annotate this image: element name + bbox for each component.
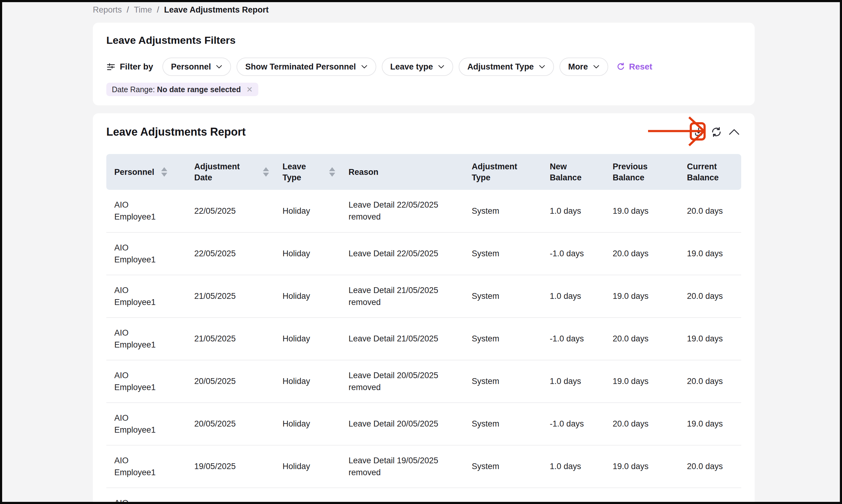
cell-new-balance: 1.0 days — [542, 445, 604, 488]
cell-previous-balance: 19.0 days — [604, 190, 679, 232]
report-title: Leave Adjustments Report — [106, 126, 246, 139]
sort-icon — [161, 167, 167, 177]
filter-button-adjustment-type[interactable]: Adjustment Type — [459, 57, 554, 76]
cell-personnel: AIO Employee1 — [106, 318, 186, 360]
filter-button-label: Leave type — [390, 62, 433, 72]
download-button[interactable] — [691, 125, 706, 139]
refresh-icon — [710, 126, 722, 138]
cell-reason — [341, 488, 464, 504]
filter-buttons: PersonnelShow Terminated PersonnelLeave … — [162, 57, 608, 76]
cell-leave-type: Holiday — [275, 190, 340, 232]
cell-reason: Leave Detail 19/05/2025 removed — [341, 445, 464, 488]
date-range-chip-value: No date range selected — [157, 85, 241, 94]
cell-current-balance: 20.0 days — [679, 445, 741, 488]
table-row: AIO Employee119/05/2025HolidayLeave Deta… — [106, 445, 741, 488]
cell-adjustment-date: 21/05/2025 — [186, 275, 275, 318]
filter-button-more[interactable]: More — [560, 57, 608, 76]
cell-reason: Leave Detail 21/05/2025 — [341, 318, 464, 360]
filter-button-label: Show Terminated Personnel — [245, 62, 356, 72]
report-card: Leave Adjustments Report — [93, 113, 755, 504]
filters-card: Leave Adjustments Filters Filter by Pers… — [93, 23, 755, 105]
cell-reason: Leave Detail 22/05/2025 removed — [341, 190, 464, 232]
cell-reason: Leave Detail 20/05/2025 — [341, 403, 464, 445]
column-header-adjustment-date[interactable]: Adjustment Date — [186, 154, 275, 190]
filter-button-personnel[interactable]: Personnel — [162, 57, 231, 76]
cell-new-balance: -1.0 days — [542, 232, 604, 275]
breadcrumb-item[interactable]: Time — [134, 5, 152, 15]
report-actions — [691, 125, 741, 139]
cell-new-balance: 1.0 days — [542, 275, 604, 318]
cell-personnel: AIO Employee1 — [106, 275, 186, 318]
cell-adjustment-type: System — [464, 445, 542, 488]
cell-current-balance: 20.0 days — [679, 275, 741, 318]
filter-button-label: More — [568, 62, 588, 72]
reset-button[interactable]: Reset — [616, 62, 652, 72]
cell-previous-balance: 20.0 days — [604, 232, 679, 275]
chevron-up-icon — [729, 129, 740, 135]
chevron-down-icon — [593, 65, 600, 69]
cell-personnel: AIO Employee1 — [106, 360, 186, 403]
date-range-chip-text: Date Range: No date range selected — [112, 85, 241, 94]
breadcrumb-item[interactable]: Reports — [93, 5, 122, 15]
column-header-label: Reason — [349, 166, 379, 178]
close-icon[interactable]: ✕ — [246, 86, 253, 93]
leave-adjustments-table: PersonnelAdjustment DateLeave TypeReason… — [106, 154, 741, 504]
cell-new-balance: 1.0 days — [542, 190, 604, 232]
cell-adjustment-type: System — [464, 275, 542, 318]
chevron-down-icon — [216, 65, 223, 69]
sliders-icon — [106, 62, 116, 71]
table-row: AIO Employee120/05/2025HolidayLeave Deta… — [106, 360, 741, 403]
column-header-label: Current Balance — [687, 161, 736, 183]
breadcrumb-item: Leave Adjustments Report — [164, 5, 269, 15]
report-header: Leave Adjustments Report — [106, 124, 741, 140]
cell-current-balance: 19.0 days — [679, 318, 741, 360]
cell-adjustment-type: System — [464, 318, 542, 360]
cell-adjustment-date: 19/05/2025 — [186, 445, 275, 488]
cell-leave-type: Holiday — [275, 445, 340, 488]
refresh-button[interactable] — [709, 125, 723, 139]
breadcrumb-separator: / — [127, 5, 129, 15]
cell-adjustment-date: 20/05/2025 — [186, 360, 275, 403]
chevron-down-icon — [438, 65, 444, 69]
table-body: AIO Employee122/05/2025HolidayLeave Deta… — [106, 190, 741, 504]
table-row: AIO Employee121/05/2025HolidayLeave Deta… — [106, 275, 741, 318]
cell-personnel: AIO Employee1 — [106, 445, 186, 488]
table-row: AIO Employee122/05/2025HolidayLeave Deta… — [106, 190, 741, 232]
filter-button-leave-type[interactable]: Leave type — [382, 57, 454, 76]
cell-reason: Leave Detail 22/05/2025 — [341, 232, 464, 275]
collapse-button[interactable] — [727, 125, 741, 139]
column-header-label: Previous Balance — [613, 161, 673, 183]
cell-current-balance: 20.0 days — [679, 190, 741, 232]
cell-adjustment-date: 22/05/2025 — [186, 190, 275, 232]
filter-by: Filter by — [106, 62, 153, 72]
cell-adjustment-date: 22/05/2025 — [186, 232, 275, 275]
cell-reason: Leave Detail 21/05/2025 removed — [341, 275, 464, 318]
table-row: AIO Employee121/05/2025HolidayLeave Deta… — [106, 318, 741, 360]
cell-leave-type: Holiday — [275, 360, 340, 403]
chevron-down-icon — [361, 65, 368, 69]
cell-adjustment-type: System — [464, 232, 542, 275]
filter-button-label: Adjustment Type — [467, 62, 534, 72]
chip-row: Date Range: No date range selected ✕ — [106, 83, 741, 96]
download-icon — [693, 126, 704, 138]
column-header-leave-type[interactable]: Leave Type — [275, 154, 340, 190]
cell-new-balance: -1.0 days — [542, 403, 604, 445]
filter-button-show-terminated-personnel[interactable]: Show Terminated Personnel — [236, 57, 376, 76]
filter-by-label: Filter by — [120, 62, 153, 72]
column-header-adjustment-type: Adjustment Type — [464, 154, 542, 190]
cell-adjustment-date: 20/05/2025 — [186, 403, 275, 445]
cell-adjustment-type: System — [464, 190, 542, 232]
cell-leave-type: Holiday — [275, 275, 340, 318]
column-header-current-balance: Current Balance — [679, 154, 741, 190]
cell-new-balance — [542, 488, 604, 504]
cell-adjustment-type — [464, 488, 542, 504]
cell-adjustment-date: 21/05/2025 — [186, 318, 275, 360]
cell-personnel: AIO Employee1 — [106, 488, 186, 504]
column-header-label: Leave Type — [282, 161, 322, 183]
column-header-label: Personnel — [114, 166, 154, 178]
column-header-personnel[interactable]: Personnel — [106, 154, 186, 190]
cell-new-balance: 1.0 days — [542, 360, 604, 403]
column-header-label: Adjustment Date — [194, 161, 256, 183]
cell-current-balance: 19.0 days — [679, 232, 741, 275]
reset-icon — [616, 62, 625, 71]
